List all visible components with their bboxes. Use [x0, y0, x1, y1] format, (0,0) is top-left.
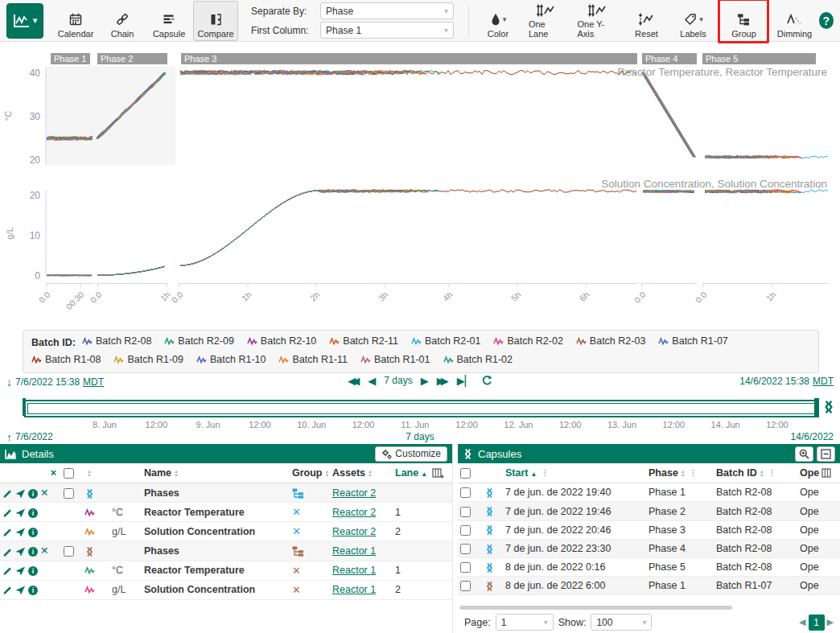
compare-button[interactable]: Compare: [193, 1, 238, 41]
legend-item[interactable]: Batch R1-01: [360, 351, 430, 368]
next-page-button[interactable]: ▶: [827, 617, 834, 627]
asset-link[interactable]: Reactor 1: [332, 545, 376, 557]
chain-button[interactable]: Chain: [100, 1, 145, 41]
name-column-header[interactable]: Name: [144, 467, 171, 479]
sort-icon[interactable]: ▲▼: [87, 470, 92, 478]
add-column-icon[interactable]: [432, 468, 444, 479]
step-back-much-button[interactable]: ◀◀: [348, 376, 360, 386]
page-select[interactable]: 1 ▾: [496, 614, 554, 631]
send-plane-icon[interactable]: [15, 566, 26, 576]
legend-item[interactable]: Batch R2-08: [82, 333, 151, 350]
capsule-button[interactable]: Capsule: [146, 1, 191, 41]
step-to-end-button[interactable]: ▶▏: [457, 376, 473, 386]
dimming-button[interactable]: Dimming: [772, 1, 817, 41]
asset-link[interactable]: Reactor 1: [332, 565, 376, 576]
asset-link[interactable]: Reactor 1: [332, 584, 376, 595]
asset-link[interactable]: Reactor 2: [332, 487, 376, 499]
sort-icon[interactable]: ▲▼: [174, 470, 179, 478]
current-page-button[interactable]: 1: [809, 615, 825, 631]
legend-item[interactable]: Batch R2-01: [411, 333, 480, 350]
sort-icon[interactable]: ▲▼: [325, 470, 330, 478]
operation-column-header[interactable]: Operation: [800, 467, 819, 479]
remove-icon[interactable]: ✕: [40, 487, 48, 499]
calendar-button[interactable]: Calendar: [53, 1, 98, 41]
row-checkbox[interactable]: [460, 544, 471, 554]
view-selector-button[interactable]: ▾: [6, 3, 43, 39]
help-button[interactable]: ?: [819, 12, 834, 29]
legend-item[interactable]: Batch R1-11: [278, 351, 348, 368]
legend-item[interactable]: Batch R1-08: [31, 351, 101, 368]
item-name[interactable]: Solution Concentration: [142, 522, 290, 541]
timeline-selection-bar[interactable]: [24, 400, 819, 417]
phase-column-header[interactable]: Phase: [649, 467, 678, 479]
details-table-row[interactable]: i✕ Phases Reactor 1: [0, 541, 452, 561]
trend-chart-area[interactable]: Phase 1Phase 2Phase 3Phase 4Phase 5 Reac…: [0, 42, 840, 328]
info-icon[interactable]: i: [28, 489, 38, 499]
reset-button[interactable]: Reset: [624, 1, 669, 41]
row-checkbox[interactable]: [460, 525, 471, 536]
capsule-table-row[interactable]: 7 de jun. de 2022 20:46 Phase 3 Batch R2…: [458, 520, 840, 539]
ungroup-x-icon[interactable]: ✕: [292, 506, 301, 518]
step-forward-button[interactable]: ▶: [421, 376, 429, 386]
details-table-row[interactable]: i °C Reactor Temperature ✕ Reactor 1 1: [0, 561, 452, 580]
group-column-header[interactable]: Group: [292, 467, 323, 479]
row-checkbox[interactable]: [460, 562, 471, 573]
info-icon[interactable]: i: [28, 508, 38, 518]
ungroup-x-icon[interactable]: ✕: [292, 525, 301, 537]
sort-icon[interactable]: ▲▼: [760, 470, 764, 478]
item-name[interactable]: Phases: [142, 541, 290, 561]
remove-all-icon[interactable]: ×: [51, 467, 56, 479]
sort-icon[interactable]: ▲▼: [681, 470, 686, 478]
duration-button[interactable]: 7 days: [384, 375, 412, 386]
column-drag-handle[interactable]: ⋮: [768, 468, 776, 478]
ungroup-x-icon[interactable]: ✕: [292, 584, 301, 596]
send-plane-icon[interactable]: [15, 547, 26, 557]
edit-pencil-icon[interactable]: [2, 488, 13, 499]
capsule-table-row[interactable]: 7 de jun. de 2022 19:40 Phase 1 Batch R2…: [458, 483, 840, 502]
color-button[interactable]: ▾ Color: [476, 1, 521, 41]
zoom-to-capsule-button[interactable]: [795, 446, 813, 462]
info-icon[interactable]: i: [28, 547, 38, 557]
asset-link[interactable]: Reactor 2: [332, 526, 376, 537]
edit-pencil-icon[interactable]: [2, 565, 13, 576]
range-end-datetime[interactable]: 14/6/2022 15:38: [739, 376, 809, 387]
select-all-checkbox[interactable]: [64, 468, 74, 479]
step-forward-much-button[interactable]: ▶▶: [437, 376, 449, 386]
ungroup-x-icon[interactable]: ✕: [292, 565, 301, 577]
capsule-table-row[interactable]: 7 de jun. de 2022 23:30 Phase 4 Batch R2…: [458, 539, 840, 557]
details-table-row[interactable]: i g/L Solution Concentration ✕ Reactor 2…: [0, 522, 452, 541]
legend-item[interactable]: Batch R2-10: [247, 333, 316, 350]
row-checkbox[interactable]: [460, 507, 471, 517]
customize-button[interactable]: Customize: [375, 446, 447, 462]
edit-pencil-icon[interactable]: [2, 508, 13, 518]
one-y-axis-button[interactable]: One Y-Axis: [571, 1, 623, 41]
page-size-select[interactable]: 100 ▾: [591, 614, 652, 631]
send-plane-icon[interactable]: [15, 508, 26, 518]
lane-column-header[interactable]: Lane: [395, 467, 418, 479]
capsule-table-row[interactable]: 8 de jun. de 2022 6:00 Phase 1 Batch R1-…: [458, 577, 840, 595]
info-icon[interactable]: i: [28, 528, 38, 537]
refresh-icon[interactable]: [481, 375, 492, 386]
edit-pencil-icon[interactable]: [2, 547, 13, 557]
column-drag-handle[interactable]: ⋮: [689, 468, 698, 478]
remove-icon[interactable]: ✕: [40, 545, 48, 557]
legend-item[interactable]: Batch R2-09: [164, 333, 233, 350]
legend-item[interactable]: Batch R1-09: [113, 351, 183, 368]
sort-icon[interactable]: ▲▼: [368, 470, 373, 478]
item-name[interactable]: Phases: [142, 483, 290, 503]
batch-id-column-header[interactable]: Batch ID: [716, 467, 757, 479]
edit-pencil-icon[interactable]: [2, 527, 13, 537]
capsule-table-row[interactable]: 7 de jun. de 2022 19:46 Phase 2 Batch R2…: [458, 502, 840, 520]
assets-column-header[interactable]: Assets: [332, 467, 365, 479]
first-column-dropdown[interactable]: Phase 1 ▾: [320, 22, 454, 39]
timeline-right-handle[interactable]: [814, 398, 819, 416]
details-table-row[interactable]: i g/L Solution Concentration ✕ Reactor 1…: [0, 580, 452, 599]
horizontal-scrollbar[interactable]: [459, 605, 838, 610]
legend-item[interactable]: Batch R1-02: [443, 351, 513, 368]
capsule-table-row[interactable]: 8 de jun. de 2022 0:16 Phase 5 Batch R2-…: [458, 558, 840, 577]
details-table-row[interactable]: i✕ Phases Reactor 2: [0, 483, 452, 503]
separate-by-dropdown[interactable]: Phase ▾: [320, 2, 454, 19]
edit-pencil-icon[interactable]: [2, 585, 13, 595]
row-checkbox[interactable]: [460, 581, 471, 591]
labels-button[interactable]: ▾ Labels: [670, 1, 715, 41]
